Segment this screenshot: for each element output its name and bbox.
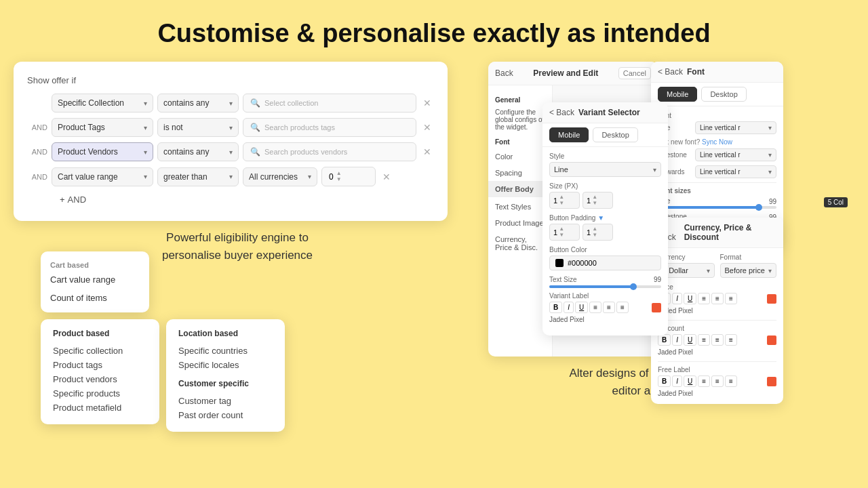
size-row: Size (PX) 1 ▲ ▼ 1 bbox=[549, 182, 661, 209]
discount-italic-btn[interactable]: I bbox=[672, 334, 682, 346]
size-w-input[interactable]: 1 ▲ ▼ bbox=[549, 192, 580, 209]
padding-link[interactable]: ▼ bbox=[597, 214, 604, 222]
price-align-right[interactable]: ≡ bbox=[725, 293, 737, 304]
increment-icon[interactable]: ▲ bbox=[592, 226, 597, 232]
variant-underline-btn[interactable]: U bbox=[575, 302, 588, 313]
variant-color-swatch[interactable] bbox=[652, 303, 661, 312]
price-color-swatch[interactable] bbox=[767, 294, 776, 304]
condition-type-2[interactable]: Product Tags ▾ bbox=[52, 118, 153, 137]
condition-type-4[interactable]: Cart value range ▾ bbox=[52, 167, 153, 186]
close-condition-4[interactable]: ✕ bbox=[380, 171, 393, 182]
price-align-center[interactable]: ≡ bbox=[711, 293, 724, 304]
increment-icon[interactable]: ▲ bbox=[559, 226, 564, 232]
condition-type-3[interactable]: Product Vendors ▾ bbox=[52, 142, 153, 161]
size-h-input[interactable]: 1 ▲ ▼ bbox=[583, 192, 613, 209]
customer-item-past-order[interactable]: Past order count bbox=[178, 408, 273, 422]
location-item-locales[interactable]: Specific locales bbox=[178, 358, 273, 372]
decrement-icon[interactable]: ▼ bbox=[592, 232, 597, 238]
cancel-button[interactable]: Cancel bbox=[618, 67, 651, 79]
close-condition-2[interactable]: ✕ bbox=[420, 122, 434, 133]
variant-italic-btn[interactable]: I bbox=[564, 302, 574, 313]
condition-value-4[interactable]: 0 ▲ ▼ bbox=[321, 167, 376, 186]
text-size-slider[interactable] bbox=[549, 285, 661, 288]
discount-align-left[interactable]: ≡ bbox=[698, 334, 710, 346]
free-underline-btn[interactable]: U bbox=[684, 375, 696, 387]
price-align-left[interactable]: ≡ bbox=[698, 293, 710, 304]
free-align-center[interactable]: ≡ bbox=[711, 375, 724, 387]
decrement-icon[interactable]: ▼ bbox=[592, 201, 597, 206]
close-condition-3[interactable]: ✕ bbox=[420, 146, 434, 157]
increment-icon[interactable]: ▲ bbox=[336, 171, 342, 176]
dropdown-item-count-of-items[interactable]: Count of items bbox=[41, 289, 149, 307]
variant-bold-btn[interactable]: B bbox=[549, 302, 562, 313]
condition-search-2[interactable]: 🔍 Search products tags bbox=[243, 118, 416, 137]
variant-back-button[interactable]: < Back bbox=[549, 108, 574, 117]
rewards-font-select[interactable]: Line vertical r ▾ bbox=[695, 165, 776, 178]
font-back-button[interactable]: < Back bbox=[658, 67, 683, 77]
discount-align-right[interactable]: ≡ bbox=[725, 334, 737, 346]
add-condition-button[interactable]: + AND bbox=[54, 192, 92, 207]
condition-search-1[interactable]: 🔍 Select collection bbox=[243, 94, 416, 113]
variant-align-left[interactable]: ≡ bbox=[589, 302, 601, 313]
style-select[interactable]: Line ▾ bbox=[549, 162, 661, 177]
condition-operator-1[interactable]: contains any ▾ bbox=[157, 94, 239, 113]
product-item-specific-products[interactable]: Specific products bbox=[53, 386, 147, 401]
milestone-font-select[interactable]: Line vertical r ▾ bbox=[695, 148, 776, 161]
discount-color-swatch[interactable] bbox=[767, 336, 776, 345]
padding-h-stepper[interactable]: ▲ ▼ bbox=[592, 226, 597, 238]
product-item-metafield[interactable]: Product metafield bbox=[53, 401, 147, 415]
condition-search-3[interactable]: 🔍 Search products vendors bbox=[243, 142, 416, 161]
currency-panel-body: Currency $ Dollar ▾ Format Before price bbox=[651, 248, 783, 404]
price-underline-btn[interactable]: U bbox=[684, 293, 696, 304]
padding-w-stepper[interactable]: ▲ ▼ bbox=[559, 226, 564, 238]
condition-currency-4[interactable]: All currencies ▾ bbox=[243, 167, 317, 186]
product-item-tags[interactable]: Product tags bbox=[53, 358, 147, 372]
back-button[interactable]: Back bbox=[495, 68, 513, 78]
padding-h-input[interactable]: 1 ▲ ▼ bbox=[583, 224, 613, 241]
title-size-row: Title 99 bbox=[658, 197, 776, 209]
discount-align-center[interactable]: ≡ bbox=[711, 334, 724, 346]
increment-icon[interactable]: ▲ bbox=[592, 195, 597, 200]
size-w-stepper[interactable]: ▲ ▼ bbox=[559, 195, 564, 206]
free-align-left[interactable]: ≡ bbox=[698, 375, 710, 387]
discount-bold-btn[interactable]: B bbox=[658, 334, 671, 346]
font-tab-desktop[interactable]: Desktop bbox=[701, 87, 746, 102]
value-stepper[interactable]: ▲ ▼ bbox=[336, 171, 342, 182]
discount-format-btns: B I U ≡ ≡ ≡ bbox=[658, 334, 737, 346]
condition-operator-2[interactable]: is not ▾ bbox=[157, 118, 239, 137]
condition-type-1[interactable]: Specific Collection ▾ bbox=[52, 94, 153, 113]
variant-tab-desktop[interactable]: Desktop bbox=[593, 127, 637, 142]
size-h-stepper[interactable]: ▲ ▼ bbox=[592, 195, 597, 206]
decrement-icon[interactable]: ▼ bbox=[559, 232, 564, 238]
product-item-vendors[interactable]: Product vendors bbox=[53, 372, 147, 386]
chevron-down-icon: ▾ bbox=[144, 124, 147, 131]
sync-now-link[interactable]: Sync Now bbox=[702, 138, 732, 146]
close-condition-1[interactable]: ✕ bbox=[420, 98, 434, 108]
font-tab-mobile[interactable]: Mobile bbox=[658, 87, 697, 102]
format-select[interactable]: Before price ▾ bbox=[720, 263, 777, 278]
title-font-select[interactable]: Line vertical r ▾ bbox=[695, 121, 776, 134]
button-color-picker[interactable]: #000000 bbox=[549, 256, 661, 270]
title-size-slider[interactable] bbox=[658, 206, 776, 209]
variant-align-center[interactable]: ≡ bbox=[603, 302, 615, 313]
condition-operator-3[interactable]: contains any ▾ bbox=[157, 142, 239, 161]
padding-row: Button Padding ▼ 1 ▲ ▼ bbox=[549, 214, 661, 241]
product-item-specific-collection[interactable]: Specific collection bbox=[53, 344, 147, 358]
decrement-icon[interactable]: ▼ bbox=[336, 177, 342, 182]
variant-tab-mobile[interactable]: Mobile bbox=[549, 127, 589, 142]
discount-underline-btn[interactable]: U bbox=[684, 334, 696, 346]
free-color-swatch[interactable] bbox=[767, 377, 776, 386]
padding-w-input[interactable]: 1 ▲ ▼ bbox=[549, 224, 580, 241]
dropdown-item-cart-value-range[interactable]: Cart value range bbox=[41, 270, 149, 289]
customer-item-tag[interactable]: Customer tag bbox=[178, 394, 273, 408]
variant-align-right[interactable]: ≡ bbox=[616, 302, 629, 313]
customer-section-title: Customer specific bbox=[178, 379, 273, 388]
free-italic-btn[interactable]: I bbox=[672, 375, 682, 387]
free-align-right[interactable]: ≡ bbox=[725, 375, 737, 387]
increment-icon[interactable]: ▲ bbox=[559, 195, 564, 200]
decrement-icon[interactable]: ▼ bbox=[559, 201, 564, 206]
location-item-countries[interactable]: Specific countries bbox=[178, 344, 273, 358]
free-bold-btn[interactable]: B bbox=[658, 375, 671, 387]
condition-operator-4[interactable]: greater than ▾ bbox=[157, 167, 239, 186]
price-italic-btn[interactable]: I bbox=[672, 293, 682, 304]
